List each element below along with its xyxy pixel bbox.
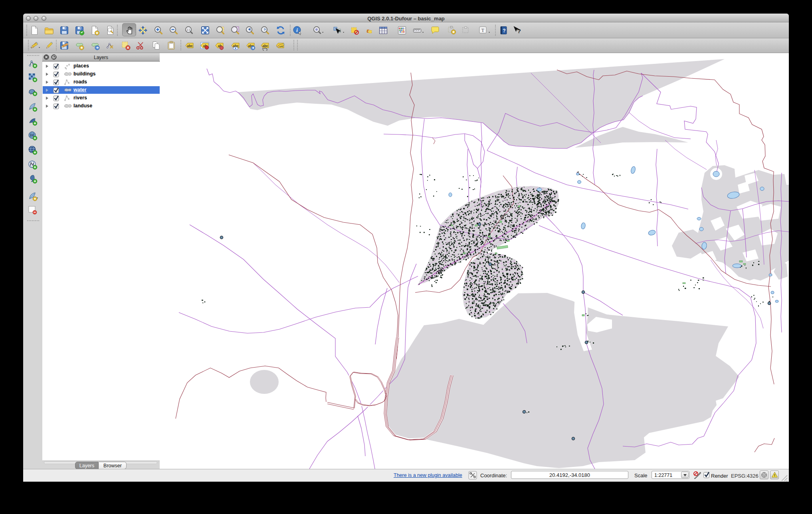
- svg-text:T: T: [481, 28, 485, 33]
- svg-text:abc: abc: [262, 44, 268, 48]
- svg-text:!: !: [774, 473, 775, 477]
- svg-text:abc: abc: [187, 44, 193, 48]
- svg-text:1:1: 1:1: [186, 28, 190, 31]
- svg-text:FR: FR: [30, 134, 34, 136]
- svg-text:?: ?: [503, 28, 505, 34]
- svg-text:i: i: [296, 27, 298, 33]
- svg-text:?: ?: [517, 28, 521, 34]
